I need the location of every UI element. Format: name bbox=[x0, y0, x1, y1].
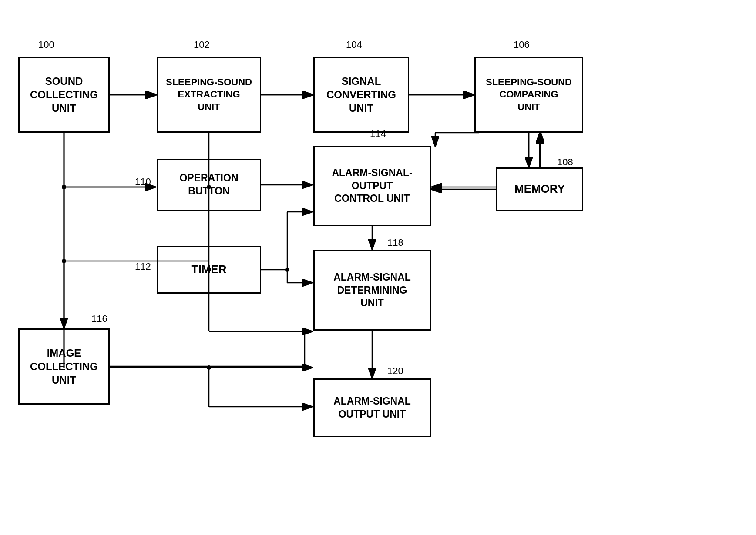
ref-110: 110 bbox=[135, 176, 151, 187]
ref-118: 118 bbox=[387, 237, 403, 248]
ref-106: 106 bbox=[514, 39, 530, 50]
block-sound-collecting: SOUNDCOLLECTINGUNIT bbox=[18, 57, 110, 133]
ref-108: 108 bbox=[557, 157, 573, 168]
ref-114: 114 bbox=[370, 128, 386, 140]
block-alarm-signal-output: ALARM-SIGNALOUTPUT UNIT bbox=[313, 378, 431, 437]
svg-point-13 bbox=[62, 185, 66, 189]
ref-116: 116 bbox=[91, 313, 108, 324]
svg-point-27 bbox=[62, 185, 66, 189]
ref-104: 104 bbox=[346, 39, 362, 50]
block-timer: TIMER bbox=[157, 246, 261, 294]
ref-100: 100 bbox=[38, 39, 54, 50]
ref-120: 120 bbox=[387, 365, 403, 377]
svg-point-35 bbox=[285, 268, 289, 272]
block-memory: MEMORY bbox=[496, 167, 583, 211]
block-alarm-signal-output-control: ALARM-SIGNAL-OUTPUTCONTROL UNIT bbox=[313, 146, 431, 226]
block-signal-converting: SIGNALCONVERTINGUNIT bbox=[313, 57, 409, 133]
block-sleeping-sound-comparing: SLEEPING-SOUNDCOMPARINGUNIT bbox=[474, 57, 583, 133]
block-alarm-signal-determining: ALARM-SIGNALDETERMININGUNIT bbox=[313, 250, 431, 331]
svg-point-48 bbox=[62, 259, 66, 263]
diagram: SOUNDCOLLECTINGUNIT 100 SLEEPING-SOUNDEX… bbox=[0, 0, 756, 535]
block-operation-button: OPERATIONBUTTON bbox=[157, 159, 261, 211]
block-sleeping-sound-extracting: SLEEPING-SOUNDEXTRACTINGUNIT bbox=[157, 57, 261, 133]
svg-point-51 bbox=[207, 365, 211, 370]
block-image-collecting: IMAGECOLLECTINGUNIT bbox=[18, 328, 110, 405]
ref-112: 112 bbox=[135, 261, 151, 272]
ref-102: 102 bbox=[194, 39, 210, 50]
